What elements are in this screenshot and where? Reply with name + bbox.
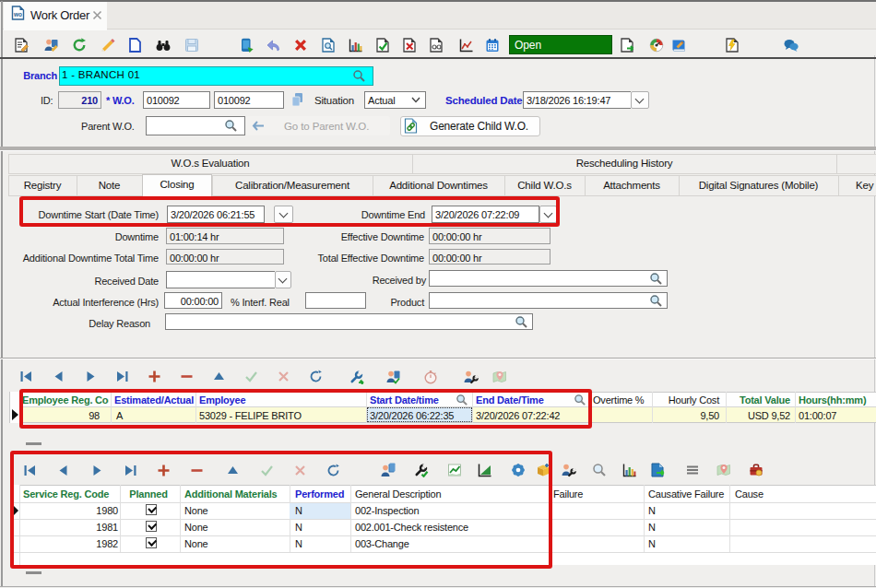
svg-text:wo: wo [13,11,22,18]
